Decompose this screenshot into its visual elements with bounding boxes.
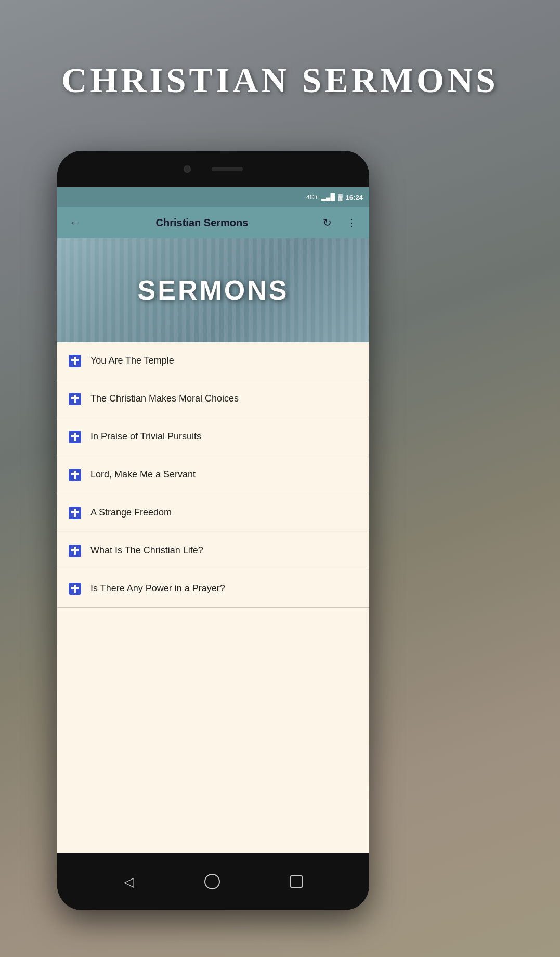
cross-icon-7 (68, 581, 82, 596)
cross-icon-3 (68, 430, 82, 444)
svg-rect-17 (71, 549, 79, 551)
refresh-button[interactable]: ↻ (319, 214, 336, 231)
phone-speaker (212, 167, 243, 171)
sermon-title-4: Lord, Make Me a Servant (90, 469, 196, 481)
svg-rect-20 (71, 587, 79, 589)
nav-back-button[interactable]: ◁ (124, 874, 134, 890)
status-bar: 4G+ ▂▄█ ▓ 16:24 (57, 187, 369, 207)
list-item[interactable]: Lord, Make Me a Servant (57, 456, 369, 494)
nav-recents-button[interactable] (290, 875, 303, 888)
sermon-title-3: In Praise of Trivial Pursuits (90, 431, 201, 443)
cross-icon-2 (68, 392, 82, 406)
battery-icon: ▓ (338, 193, 343, 201)
svg-rect-11 (71, 473, 79, 475)
phone-frame: 4G+ ▂▄█ ▓ 16:24 ← Christian Sermons ↻ ⋮ … (57, 151, 369, 910)
list-item[interactable]: You Are The Temple (57, 342, 369, 380)
list-item[interactable]: What Is The Christian Life? (57, 532, 369, 570)
phone-nav-bar: ◁ (57, 853, 369, 910)
app-toolbar: ← Christian Sermons ↻ ⋮ (57, 207, 369, 238)
sermon-list: You Are The Temple The Christian Makes M… (57, 342, 369, 853)
banner-text: SERMONS (138, 275, 289, 306)
page-title: CHRISTIAN SERMONS (42, 60, 518, 101)
screen: 4G+ ▂▄█ ▓ 16:24 ← Christian Sermons ↻ ⋮ … (57, 187, 369, 853)
cross-icon-6 (68, 544, 82, 558)
sermon-title-6: What Is The Christian Life? (90, 545, 203, 557)
toolbar-title: Christian Sermons (92, 217, 312, 229)
list-item[interactable]: Is There Any Power in a Prayer? (57, 570, 369, 608)
list-item[interactable]: The Christian Makes Moral Choices (57, 380, 369, 418)
phone-top-hardware (57, 151, 369, 187)
phone-camera (184, 165, 191, 173)
clock: 16:24 (346, 193, 363, 201)
banner-image: SERMONS (57, 238, 369, 342)
cross-icon-5 (68, 506, 82, 520)
list-item[interactable]: A Strange Freedom (57, 494, 369, 532)
cross-icon-4 (68, 468, 82, 482)
network-label: 4G+ (306, 193, 318, 201)
sermon-title-2: The Christian Makes Moral Choices (90, 393, 239, 405)
svg-rect-5 (71, 397, 79, 399)
menu-button[interactable]: ⋮ (342, 214, 361, 231)
back-button[interactable]: ← (66, 214, 85, 231)
svg-rect-8 (71, 435, 79, 437)
svg-rect-14 (71, 511, 79, 513)
sermon-title-1: You Are The Temple (90, 355, 174, 367)
cross-icon-1 (68, 354, 82, 368)
sermon-title-7: Is There Any Power in a Prayer? (90, 583, 225, 594)
svg-rect-2 (71, 359, 79, 361)
sermon-title-5: A Strange Freedom (90, 507, 172, 519)
list-item[interactable]: In Praise of Trivial Pursuits (57, 418, 369, 456)
signal-icon: ▂▄█ (321, 193, 335, 201)
nav-home-button[interactable] (204, 874, 220, 889)
